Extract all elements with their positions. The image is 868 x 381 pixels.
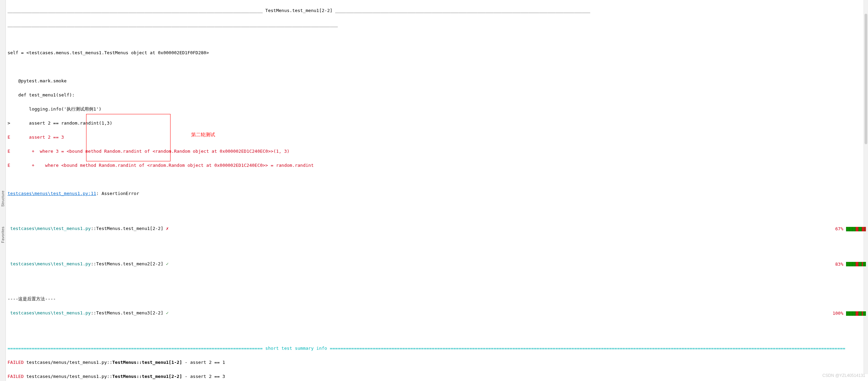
file-link[interactable]: testcases\menus\test_menus1.py:11 <box>8 191 96 196</box>
sidebar-tab-favorites[interactable]: Favorites <box>0 227 7 243</box>
code-assert: > assert 2 == random.randint(1,3) <box>8 120 868 127</box>
progress-bar <box>846 227 866 231</box>
test-path: testcases\menus\test_menus1.py <box>8 310 91 315</box>
test-result-row: testcases\menus\test_menus1.py::TestMenu… <box>8 225 868 239</box>
annotation-label: 第二轮测试 <box>191 131 215 138</box>
progress-indicator: 67% <box>835 226 866 233</box>
console-output: ________________________________________… <box>8 0 868 381</box>
progress-indicator: 83% <box>835 261 866 268</box>
teardown-line: ----这是后置方法---- <box>8 296 868 303</box>
progress-percent: 83% <box>835 261 843 268</box>
error-where2: E + where <bound method Random.randint o… <box>8 162 868 169</box>
fail-icon: ✗ <box>166 226 169 231</box>
code-decorator: @pytest.mark.smoke <box>8 78 868 85</box>
self-repr: self = <testcases.menus.test_menus1.Test… <box>8 49 868 57</box>
summary-fail-line: FAILED testcases/menus/test_menus1.py::T… <box>8 373 868 380</box>
sidebar-tab-structure[interactable]: Structure <box>0 190 7 207</box>
file-error-line: testcases\menus\test_menus1.py:11: Asser… <box>8 190 868 197</box>
progress-percent: 67% <box>835 226 843 233</box>
test-result-row: testcases\menus\test_menus1.py::TestMenu… <box>8 310 868 324</box>
progress-bar <box>846 311 866 316</box>
test-header-rule-under: ________________________________________… <box>8 21 868 28</box>
ide-left-gutter: Structure Favorites <box>0 0 6 381</box>
summary-separator: ========================================… <box>8 345 868 352</box>
error-where1: E + where 3 = <bound method Random.randi… <box>8 148 868 155</box>
test-result-row: testcases\menus\test_menus1.py::TestMenu… <box>8 261 868 275</box>
summary-fail-line: FAILED testcases/menus/test_menus1.py::T… <box>8 359 868 366</box>
test-path: testcases\menus\test_menus1.py <box>8 261 91 266</box>
code-def: def test_menu1(self): <box>8 92 868 99</box>
pass-icon: ✓ <box>166 310 169 315</box>
error-assert: E assert 2 == 3 <box>8 134 868 141</box>
code-log: logging.info('执行测试用例1') <box>8 106 868 113</box>
test-header-rule: ________________________________________… <box>8 7 868 14</box>
watermark: CSDN @YZL40514131 <box>822 372 865 379</box>
progress-bar <box>846 262 866 266</box>
progress-percent: 100% <box>833 310 843 317</box>
test-path: testcases\menus\test_menus1.py <box>8 226 91 231</box>
pass-icon: ✓ <box>166 261 169 266</box>
progress-indicator: 100% <box>833 310 866 317</box>
